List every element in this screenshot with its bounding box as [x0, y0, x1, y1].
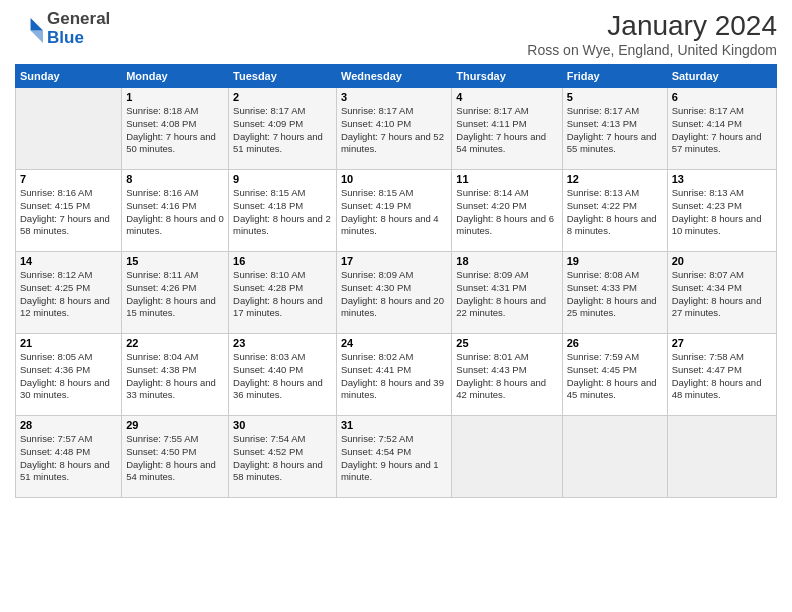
calendar-cell: 23Sunrise: 8:03 AMSunset: 4:40 PMDayligh…: [229, 334, 337, 416]
logo-blue: Blue: [47, 29, 110, 48]
calendar-cell: 9Sunrise: 8:15 AMSunset: 4:18 PMDaylight…: [229, 170, 337, 252]
day-number: 20: [672, 255, 772, 267]
day-info: Sunrise: 8:13 AMSunset: 4:22 PMDaylight:…: [567, 187, 663, 238]
calendar-cell: 30Sunrise: 7:54 AMSunset: 4:52 PMDayligh…: [229, 416, 337, 498]
day-info: Sunrise: 8:16 AMSunset: 4:16 PMDaylight:…: [126, 187, 224, 238]
day-number: 6: [672, 91, 772, 103]
day-info: Sunrise: 8:15 AMSunset: 4:18 PMDaylight:…: [233, 187, 332, 238]
week-row-2: 7Sunrise: 8:16 AMSunset: 4:15 PMDaylight…: [16, 170, 777, 252]
calendar-cell: [562, 416, 667, 498]
week-row-3: 14Sunrise: 8:12 AMSunset: 4:25 PMDayligh…: [16, 252, 777, 334]
day-number: 9: [233, 173, 332, 185]
day-number: 18: [456, 255, 557, 267]
day-info: Sunrise: 8:03 AMSunset: 4:40 PMDaylight:…: [233, 351, 332, 402]
logo: General Blue: [15, 10, 110, 47]
calendar-cell: 28Sunrise: 7:57 AMSunset: 4:48 PMDayligh…: [16, 416, 122, 498]
calendar-cell: [16, 88, 122, 170]
day-number: 24: [341, 337, 447, 349]
day-number: 7: [20, 173, 117, 185]
calendar-cell: 24Sunrise: 8:02 AMSunset: 4:41 PMDayligh…: [336, 334, 451, 416]
header-row: SundayMondayTuesdayWednesdayThursdayFrid…: [16, 65, 777, 88]
day-info: Sunrise: 8:17 AMSunset: 4:13 PMDaylight:…: [567, 105, 663, 156]
subtitle: Ross on Wye, England, United Kingdom: [527, 42, 777, 58]
calendar-cell: 20Sunrise: 8:07 AMSunset: 4:34 PMDayligh…: [667, 252, 776, 334]
day-info: Sunrise: 7:52 AMSunset: 4:54 PMDaylight:…: [341, 433, 447, 484]
calendar-cell: 10Sunrise: 8:15 AMSunset: 4:19 PMDayligh…: [336, 170, 451, 252]
day-number: 12: [567, 173, 663, 185]
header-day-sunday: Sunday: [16, 65, 122, 88]
day-number: 11: [456, 173, 557, 185]
day-info: Sunrise: 8:10 AMSunset: 4:28 PMDaylight:…: [233, 269, 332, 320]
day-info: Sunrise: 7:59 AMSunset: 4:45 PMDaylight:…: [567, 351, 663, 402]
day-info: Sunrise: 8:13 AMSunset: 4:23 PMDaylight:…: [672, 187, 772, 238]
week-row-4: 21Sunrise: 8:05 AMSunset: 4:36 PMDayligh…: [16, 334, 777, 416]
day-number: 4: [456, 91, 557, 103]
day-number: 3: [341, 91, 447, 103]
week-row-1: 1Sunrise: 8:18 AMSunset: 4:08 PMDaylight…: [16, 88, 777, 170]
day-number: 23: [233, 337, 332, 349]
day-number: 27: [672, 337, 772, 349]
svg-marker-1: [31, 30, 43, 42]
day-number: 2: [233, 91, 332, 103]
calendar-cell: 5Sunrise: 8:17 AMSunset: 4:13 PMDaylight…: [562, 88, 667, 170]
day-info: Sunrise: 8:11 AMSunset: 4:26 PMDaylight:…: [126, 269, 224, 320]
calendar-cell: [667, 416, 776, 498]
header-day-friday: Friday: [562, 65, 667, 88]
day-number: 17: [341, 255, 447, 267]
logo-icon: [15, 15, 43, 43]
day-number: 25: [456, 337, 557, 349]
day-number: 10: [341, 173, 447, 185]
day-number: 29: [126, 419, 224, 431]
week-row-5: 28Sunrise: 7:57 AMSunset: 4:48 PMDayligh…: [16, 416, 777, 498]
day-number: 19: [567, 255, 663, 267]
day-number: 22: [126, 337, 224, 349]
calendar-cell: 17Sunrise: 8:09 AMSunset: 4:30 PMDayligh…: [336, 252, 451, 334]
logo-general: General: [47, 10, 110, 29]
calendar-table: SundayMondayTuesdayWednesdayThursdayFrid…: [15, 64, 777, 498]
header-day-tuesday: Tuesday: [229, 65, 337, 88]
calendar-cell: 12Sunrise: 8:13 AMSunset: 4:22 PMDayligh…: [562, 170, 667, 252]
day-number: 21: [20, 337, 117, 349]
day-info: Sunrise: 7:54 AMSunset: 4:52 PMDaylight:…: [233, 433, 332, 484]
page: General Blue January 2024 Ross on Wye, E…: [0, 0, 792, 612]
day-number: 14: [20, 255, 117, 267]
calendar-cell: 13Sunrise: 8:13 AMSunset: 4:23 PMDayligh…: [667, 170, 776, 252]
calendar-cell: 21Sunrise: 8:05 AMSunset: 4:36 PMDayligh…: [16, 334, 122, 416]
day-number: 13: [672, 173, 772, 185]
day-number: 26: [567, 337, 663, 349]
calendar-cell: 6Sunrise: 8:17 AMSunset: 4:14 PMDaylight…: [667, 88, 776, 170]
calendar-cell: 1Sunrise: 8:18 AMSunset: 4:08 PMDaylight…: [122, 88, 229, 170]
day-number: 30: [233, 419, 332, 431]
calendar-cell: 18Sunrise: 8:09 AMSunset: 4:31 PMDayligh…: [452, 252, 562, 334]
day-info: Sunrise: 8:01 AMSunset: 4:43 PMDaylight:…: [456, 351, 557, 402]
day-number: 8: [126, 173, 224, 185]
calendar-cell: 7Sunrise: 8:16 AMSunset: 4:15 PMDaylight…: [16, 170, 122, 252]
day-info: Sunrise: 8:17 AMSunset: 4:10 PMDaylight:…: [341, 105, 447, 156]
day-number: 15: [126, 255, 224, 267]
day-info: Sunrise: 8:07 AMSunset: 4:34 PMDaylight:…: [672, 269, 772, 320]
day-info: Sunrise: 8:09 AMSunset: 4:30 PMDaylight:…: [341, 269, 447, 320]
calendar-cell: 4Sunrise: 8:17 AMSunset: 4:11 PMDaylight…: [452, 88, 562, 170]
day-info: Sunrise: 8:16 AMSunset: 4:15 PMDaylight:…: [20, 187, 117, 238]
calendar-cell: 31Sunrise: 7:52 AMSunset: 4:54 PMDayligh…: [336, 416, 451, 498]
day-info: Sunrise: 7:55 AMSunset: 4:50 PMDaylight:…: [126, 433, 224, 484]
calendar-cell: [452, 416, 562, 498]
calendar-cell: 11Sunrise: 8:14 AMSunset: 4:20 PMDayligh…: [452, 170, 562, 252]
day-info: Sunrise: 8:17 AMSunset: 4:11 PMDaylight:…: [456, 105, 557, 156]
day-number: 5: [567, 91, 663, 103]
calendar-cell: 29Sunrise: 7:55 AMSunset: 4:50 PMDayligh…: [122, 416, 229, 498]
day-info: Sunrise: 7:58 AMSunset: 4:47 PMDaylight:…: [672, 351, 772, 402]
calendar-cell: 22Sunrise: 8:04 AMSunset: 4:38 PMDayligh…: [122, 334, 229, 416]
day-number: 16: [233, 255, 332, 267]
page-header: General Blue January 2024 Ross on Wye, E…: [15, 10, 777, 58]
title-block: January 2024 Ross on Wye, England, Unite…: [527, 10, 777, 58]
calendar-cell: 26Sunrise: 7:59 AMSunset: 4:45 PMDayligh…: [562, 334, 667, 416]
calendar-cell: 15Sunrise: 8:11 AMSunset: 4:26 PMDayligh…: [122, 252, 229, 334]
day-info: Sunrise: 8:09 AMSunset: 4:31 PMDaylight:…: [456, 269, 557, 320]
calendar-cell: 16Sunrise: 8:10 AMSunset: 4:28 PMDayligh…: [229, 252, 337, 334]
day-info: Sunrise: 8:02 AMSunset: 4:41 PMDaylight:…: [341, 351, 447, 402]
day-info: Sunrise: 8:05 AMSunset: 4:36 PMDaylight:…: [20, 351, 117, 402]
calendar-cell: 14Sunrise: 8:12 AMSunset: 4:25 PMDayligh…: [16, 252, 122, 334]
header-day-thursday: Thursday: [452, 65, 562, 88]
header-day-saturday: Saturday: [667, 65, 776, 88]
